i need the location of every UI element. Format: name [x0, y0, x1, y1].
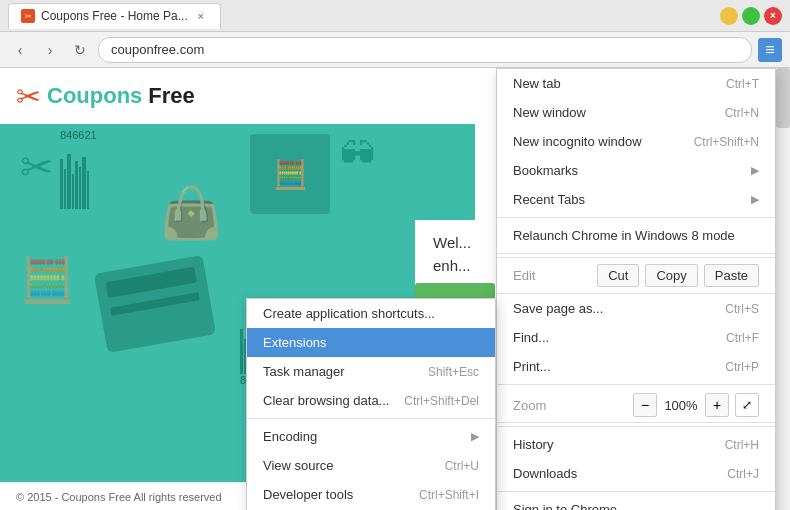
chrome-dropdown-menu: New tab Ctrl+T New window Ctrl+N New inc…: [496, 68, 776, 510]
bookmarks-arrow-icon: ▶: [751, 164, 759, 177]
logo-coupons-text: Coupons: [47, 83, 142, 109]
couponsfree-header: ✂ Coupons Free: [0, 68, 475, 124]
back-button[interactable]: ‹: [8, 38, 32, 62]
paste-button[interactable]: Paste: [704, 264, 759, 287]
print-shortcut: Ctrl+P: [725, 360, 759, 374]
submenu-item-extensions[interactable]: Extensions: [247, 328, 495, 357]
menu-item-recent-tabs-label: Recent Tabs: [513, 192, 585, 207]
submenu-developer-tools-label: Developer tools: [263, 487, 353, 502]
submenu-view-source-label: View source: [263, 458, 334, 473]
menu-item-bookmarks[interactable]: Bookmarks ▶: [497, 156, 775, 185]
clear-browsing-shortcut: Ctrl+Shift+Del: [404, 394, 479, 408]
developer-tools-shortcut: Ctrl+Shift+I: [419, 488, 479, 502]
menu-item-save-page[interactable]: Save page as... Ctrl+S: [497, 294, 775, 323]
zoom-value: 100%: [663, 398, 699, 413]
menu-item-history-label: History: [513, 437, 553, 452]
submenu-item-clear-browsing[interactable]: Clear browsing data... Ctrl+Shift+Del: [247, 386, 495, 415]
glasses-icon: 🕶: [340, 134, 376, 176]
downloads-shortcut: Ctrl+J: [727, 467, 759, 481]
submenu-item-encoding[interactable]: Encoding ▶: [247, 422, 495, 451]
barcode-1: [60, 154, 89, 209]
menu-item-new-incognito[interactable]: New incognito window Ctrl+Shift+N: [497, 127, 775, 156]
browser-titlebar: ✂ Coupons Free - Home Pa... × ×: [0, 0, 790, 32]
menu-item-print-label: Print...: [513, 359, 551, 374]
abacus-icon: 🧮: [250, 134, 330, 214]
submenu-item-task-manager[interactable]: Task manager Shift+Esc: [247, 357, 495, 386]
logo-free-text: Free: [148, 83, 194, 109]
menu-item-signin[interactable]: Sign in to Chrome...: [497, 495, 775, 510]
submenu-task-manager-label: Task manager: [263, 364, 345, 379]
menu-divider-2: [497, 253, 775, 254]
menu-item-new-tab-label: New tab: [513, 76, 561, 91]
chrome-menu-button[interactable]: ≡: [758, 38, 782, 62]
menu-item-new-window-shortcut: Ctrl+N: [725, 106, 759, 120]
find-shortcut: Ctrl+F: [726, 331, 759, 345]
history-shortcut: Ctrl+H: [725, 438, 759, 452]
zoom-fullscreen-button[interactable]: ⤢: [735, 393, 759, 417]
menu-divider-4: [497, 426, 775, 427]
close-button[interactable]: ×: [764, 7, 782, 25]
menu-zoom-row: Zoom − 100% + ⤢: [497, 388, 775, 423]
task-manager-shortcut: Shift+Esc: [428, 365, 479, 379]
zoom-out-button[interactable]: −: [633, 393, 657, 417]
cut-button[interactable]: Cut: [597, 264, 639, 287]
submenu-item-create-shortcuts[interactable]: Create application shortcuts...: [247, 299, 495, 328]
scrollbar[interactable]: [776, 68, 790, 510]
submenu-divider-1: [247, 418, 495, 419]
menu-item-bookmarks-label: Bookmarks: [513, 163, 578, 178]
wallet-icon: 👜: [160, 184, 222, 242]
menu-item-print[interactable]: Print... Ctrl+P: [497, 352, 775, 381]
menu-item-find[interactable]: Find... Ctrl+F: [497, 323, 775, 352]
edit-label: Edit: [513, 268, 535, 283]
tab-favicon: ✂: [21, 9, 35, 23]
menu-item-relaunch-label: Relaunch Chrome in Windows 8 mode: [513, 228, 735, 243]
menu-divider-3: [497, 384, 775, 385]
minimize-button[interactable]: [720, 7, 738, 25]
submenu-create-shortcuts-label: Create application shortcuts...: [263, 306, 435, 321]
address-bar: ‹ › ↻ ≡: [0, 32, 790, 68]
menu-item-new-tab[interactable]: New tab Ctrl+T: [497, 69, 775, 98]
menu-item-downloads[interactable]: Downloads Ctrl+J: [497, 459, 775, 488]
get-started-button[interactable]: [415, 283, 495, 299]
window-controls: ×: [720, 7, 782, 25]
scrollbar-thumb[interactable]: [776, 68, 790, 128]
recent-tabs-arrow-icon: ▶: [751, 193, 759, 206]
menu-item-save-page-label: Save page as...: [513, 301, 603, 316]
maximize-button[interactable]: [742, 7, 760, 25]
menu-item-downloads-label: Downloads: [513, 466, 577, 481]
save-page-shortcut: Ctrl+S: [725, 302, 759, 316]
zoom-in-button[interactable]: +: [705, 393, 729, 417]
menu-item-signin-label: Sign in to Chrome...: [513, 502, 628, 510]
menu-item-new-incognito-label: New incognito window: [513, 134, 642, 149]
menu-item-find-label: Find...: [513, 330, 549, 345]
copy-button[interactable]: Copy: [645, 264, 697, 287]
refresh-button[interactable]: ↻: [68, 38, 92, 62]
logo-scissors-icon: ✂: [16, 79, 41, 114]
submenu-encoding-label: Encoding: [263, 429, 317, 444]
submenu-extensions-label: Extensions: [263, 335, 327, 350]
bg-scissors-icon: ✂: [20, 144, 54, 190]
zoom-label: Zoom: [513, 398, 546, 413]
forward-button[interactable]: ›: [38, 38, 62, 62]
menu-item-history[interactable]: History Ctrl+H: [497, 430, 775, 459]
menu-divider-5: [497, 491, 775, 492]
menu-item-new-incognito-shortcut: Ctrl+Shift+N: [694, 135, 759, 149]
menu-item-recent-tabs[interactable]: Recent Tabs ▶: [497, 185, 775, 214]
barcode-number: 846621: [60, 129, 97, 141]
tab-close-button[interactable]: ×: [194, 9, 208, 23]
menu-edit-row: Edit Cut Copy Paste: [497, 257, 775, 294]
menu-item-relaunch[interactable]: Relaunch Chrome in Windows 8 mode: [497, 221, 775, 250]
copyright-text: © 2015 - Coupons Free All rights reserve…: [16, 491, 222, 503]
menu-item-new-window[interactable]: New window Ctrl+N: [497, 98, 775, 127]
browser-tab[interactable]: ✂ Coupons Free - Home Pa... ×: [8, 3, 221, 29]
submenu-item-developer-tools[interactable]: Developer tools Ctrl+Shift+I: [247, 480, 495, 509]
more-tools-submenu: Create application shortcuts... Extensio…: [246, 298, 496, 510]
calculator-icon: 🧮: [20, 254, 75, 306]
menu-item-new-tab-shortcut: Ctrl+T: [726, 77, 759, 91]
view-source-shortcut: Ctrl+U: [445, 459, 479, 473]
address-input[interactable]: [98, 37, 752, 63]
submenu-item-view-source[interactable]: View source Ctrl+U: [247, 451, 495, 480]
submenu-clear-browsing-label: Clear browsing data...: [263, 393, 389, 408]
tab-title: Coupons Free - Home Pa...: [41, 9, 188, 23]
encoding-arrow-icon: ▶: [471, 430, 479, 443]
